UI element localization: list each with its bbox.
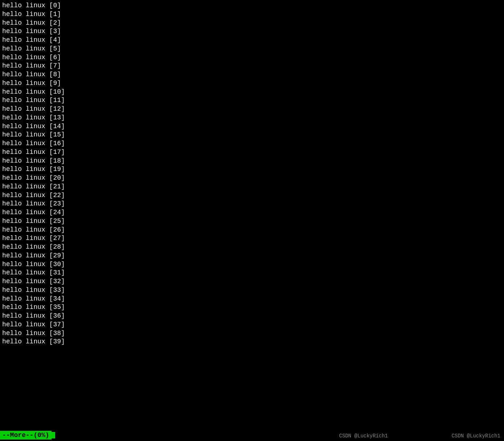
terminal-line: hello linux [12]	[2, 105, 502, 114]
status-bar: --More--(0%) CSDN @LuckyRich1 CSDN @Luck…	[0, 429, 504, 441]
terminal-line: hello linux [6]	[2, 53, 502, 62]
terminal-line: hello linux [32]	[2, 277, 502, 286]
terminal: hello linux [0]hello linux [1]hello linu…	[0, 0, 504, 441]
terminal-line: hello linux [14]	[2, 122, 502, 131]
terminal-line: hello linux [19]	[2, 165, 502, 174]
watermark-center: CSDN @LuckyRich1	[339, 433, 388, 439]
terminal-line: hello linux [20]	[2, 174, 502, 183]
terminal-line: hello linux [1]	[2, 10, 502, 19]
terminal-line: hello linux [26]	[2, 226, 502, 234]
terminal-line: hello linux [10]	[2, 88, 502, 97]
terminal-line: hello linux [22]	[2, 191, 502, 200]
terminal-line: hello linux [36]	[2, 312, 502, 320]
terminal-line: hello linux [0]	[2, 1, 502, 10]
terminal-line: hello linux [5]	[2, 45, 502, 53]
terminal-line: hello linux [17]	[2, 148, 502, 157]
terminal-line: hello linux [27]	[2, 234, 502, 243]
terminal-line: hello linux [25]	[2, 217, 502, 226]
terminal-line: hello linux [21]	[2, 183, 502, 191]
terminal-line: hello linux [4]	[2, 36, 502, 45]
terminal-line: hello linux [33]	[2, 286, 502, 295]
terminal-line: hello linux [24]	[2, 208, 502, 217]
cursor	[52, 432, 55, 438]
terminal-line: hello linux [3]	[2, 27, 502, 36]
terminal-line: hello linux [34]	[2, 295, 502, 303]
watermark-right: CSDN @LuckyRich1	[452, 433, 500, 439]
terminal-line: hello linux [8]	[2, 70, 502, 79]
terminal-line: hello linux [31]	[2, 269, 502, 277]
terminal-line: hello linux [23]	[2, 200, 502, 208]
more-indicator: --More--(0%)	[0, 431, 52, 440]
terminal-line: hello linux [39]	[2, 338, 502, 346]
terminal-line: hello linux [28]	[2, 243, 502, 252]
terminal-line: hello linux [18]	[2, 157, 502, 166]
terminal-line: hello linux [16]	[2, 139, 502, 148]
terminal-line: hello linux [30]	[2, 260, 502, 269]
terminal-line: hello linux [11]	[2, 96, 502, 105]
terminal-line: hello linux [2]	[2, 19, 502, 28]
terminal-line: hello linux [37]	[2, 320, 502, 329]
terminal-line: hello linux [7]	[2, 62, 502, 70]
terminal-output: hello linux [0]hello linux [1]hello linu…	[2, 1, 502, 346]
terminal-line: hello linux [35]	[2, 303, 502, 312]
terminal-line: hello linux [15]	[2, 131, 502, 139]
terminal-line: hello linux [9]	[2, 79, 502, 88]
terminal-line: hello linux [38]	[2, 329, 502, 338]
terminal-line: hello linux [13]	[2, 114, 502, 122]
terminal-line: hello linux [29]	[2, 252, 502, 260]
